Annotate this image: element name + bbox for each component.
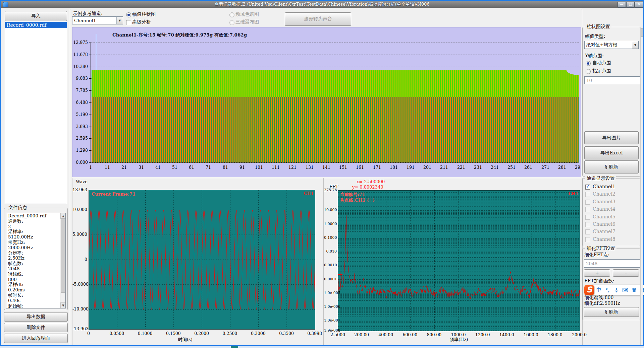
ime-keyboard-icon[interactable]	[622, 287, 628, 293]
minimize-button[interactable]: —	[618, 2, 626, 8]
scroll-down-icon[interactable]: ▼	[60, 302, 66, 308]
bar-x-tick-label: 131	[303, 165, 316, 170]
export-excel-button[interactable]: 导出Excel	[584, 146, 639, 159]
ime-toolbar[interactable]: 中 °,	[590, 285, 644, 295]
right-scroll-thumb[interactable]	[641, 28, 643, 37]
amp-type-value: 绝对值+均方根	[585, 42, 617, 48]
fft-y-tick-label: 0.0010	[324, 263, 337, 267]
fft-points-minus-button[interactable]: -	[613, 269, 639, 277]
bar-x-tick-label: 11	[101, 165, 114, 170]
chevron-down-icon[interactable]: ▼	[632, 41, 638, 49]
ime-chinese-mode-icon[interactable]: 中	[596, 287, 602, 293]
amp-type-select[interactable]: 绝对值+均方根 ▼	[584, 41, 639, 49]
radio-fixed-range[interactable]	[586, 69, 591, 74]
channel-checkbox-channel1[interactable]	[585, 185, 590, 190]
fft-y-tick-label: 1.0e-005	[324, 291, 337, 295]
file-list[interactable]: Record_0000.rdf	[5, 22, 67, 204]
fft-plot[interactable]: 当前帧号:71 焦点线:CH1 (↓) CH1	[338, 190, 580, 331]
bar-y-tick-label: 5.190	[72, 112, 88, 117]
bar-cursor-line[interactable]	[96, 34, 96, 162]
channel-checkbox-channel3[interactable]	[585, 200, 590, 205]
y-range-label: Y轴范围:	[585, 53, 604, 59]
refresh-fft-button[interactable]: § 刷新	[584, 307, 639, 317]
bar-chart-panel[interactable]: Channel1-序号:15 帧号:70 绝对峰值:9.975g 有效值:7.0…	[72, 27, 581, 177]
file-info-list[interactable]: Record_0000.rdf通道数:2采样率:5120.00Hz带宽Hz:20…	[6, 213, 66, 308]
channel-label: Channel1	[593, 184, 615, 189]
channel-row: Channel3	[585, 199, 636, 205]
file-info-line: 带宽Hz:	[6, 240, 60, 245]
channel-row: Channel5	[585, 214, 636, 220]
channel-row: Channel8	[585, 237, 636, 243]
bar-x-tick-label: 161	[353, 165, 367, 170]
channel-checkbox-channel6[interactable]	[585, 222, 590, 227]
wave-to-sound-button[interactable]: 波形转为声音	[285, 12, 351, 26]
scroll-thumb[interactable]	[61, 218, 65, 293]
file-info-line: 采样dt:	[6, 282, 60, 287]
bar-y-tick-mark	[89, 150, 91, 151]
import-button[interactable]: 导入	[5, 11, 67, 21]
fft-points-plus-button[interactable]: +	[584, 269, 610, 277]
channel-select[interactable]: Channel1 ▼	[72, 16, 123, 24]
radio-amplitude-bar-label: 幅值柱状图	[132, 11, 156, 17]
fft-y-tick-label: 1.0000	[324, 222, 337, 226]
wave-y-tick-label: -10.000	[72, 306, 87, 311]
range-value-input[interactable]: 10	[584, 76, 640, 84]
maximize-button[interactable]: □	[626, 2, 635, 8]
channel-checkbox-channel5[interactable]	[585, 215, 590, 220]
export-data-button[interactable]: 导出数据	[4, 312, 68, 322]
advanced-analysis-checkbox[interactable]	[126, 20, 131, 25]
channel-settings-group: 通道显示设置 Channel1Channel2Channel3Channel4C…	[582, 179, 641, 246]
chevron-down-icon[interactable]: ▼	[116, 17, 123, 24]
bar-y-tick-label: 9.083	[72, 76, 88, 81]
wave-plot[interactable]: Current Frame:71 CH1	[89, 190, 315, 330]
bar-series-rms	[92, 97, 579, 162]
bar-y-tick-mark	[89, 102, 91, 103]
channel-checkbox-channel8[interactable]	[585, 237, 590, 242]
bar-chart-plot[interactable]	[91, 43, 579, 163]
fft-points-input[interactable]: 2048	[584, 259, 641, 268]
delete-file-button[interactable]: 删除文件	[4, 323, 68, 332]
file-list-item-selected[interactable]: Record_0000.rdf	[5, 22, 67, 28]
file-info-scrollbar[interactable]: ▲ ▼	[60, 213, 65, 308]
file-info-title: 文件信息	[7, 205, 29, 211]
fft-y-tick-label: 0.010	[324, 249, 337, 254]
bar-y-tick-mark	[89, 127, 91, 127]
ime-skin-icon[interactable]	[631, 287, 637, 293]
export-image-button[interactable]: 导出图片	[584, 131, 639, 144]
wave-x-tick-label: 0.3500	[278, 331, 295, 336]
radio-frequency-spectrum[interactable]	[229, 12, 234, 17]
fft-lines-text: 细化谱线:800	[584, 295, 613, 301]
bar-x-tick-label: 141	[320, 165, 333, 170]
wave-x-tick-label: 0.2500	[221, 331, 238, 336]
file-info-line: 分辨率:	[6, 251, 60, 256]
right-scrollbar[interactable]	[640, 27, 643, 345]
radio-auto-range[interactable]	[586, 61, 591, 66]
ime-punctuation-icon[interactable]: °,	[604, 287, 610, 293]
file-info-line: 2000.00Hz	[6, 245, 60, 251]
channel-checkbox-channel4[interactable]	[585, 207, 590, 212]
ime-microphone-icon[interactable]	[613, 287, 620, 293]
channel-checkbox-channel2[interactable]	[585, 192, 590, 197]
channel-row: Channel6	[585, 222, 636, 228]
scroll-up-icon[interactable]: ▲	[60, 213, 66, 219]
fft-x-tick-label: 1000.0	[450, 332, 467, 337]
bar-settings-title: 柱状图设置	[585, 24, 611, 30]
playback-button[interactable]: 进入回放界面	[4, 334, 68, 343]
radio-waterfall-3d[interactable]	[229, 20, 234, 25]
refresh-bar-button[interactable]: § 刷新	[584, 160, 639, 173]
file-info-line: 2048	[6, 266, 60, 272]
wave-x-tick-label: 0.3000	[250, 331, 267, 336]
bar-gridline	[91, 162, 579, 163]
titlebar[interactable]: 查看记录数据:E:\United Vsa\Client\CtrTest\Test…	[1, 1, 643, 8]
fft-y-tick-label: 1.0e-006	[324, 304, 337, 309]
sogou-ime-logo-icon[interactable]: S	[584, 285, 594, 295]
channel-label: Channel2	[593, 191, 615, 197]
channel-checkbox-channel7[interactable]	[585, 229, 590, 234]
bar-y-tick-mark	[89, 162, 91, 163]
close-button[interactable]: ✕	[635, 2, 643, 8]
bar-x-tick-label: 61	[185, 165, 198, 170]
fft-x-tick-label: 400.00	[377, 332, 394, 337]
bar-x-tick-label: 201	[421, 165, 434, 170]
radio-amplitude-bar[interactable]	[126, 12, 131, 17]
channel-select-value: Channel1	[72, 18, 96, 23]
